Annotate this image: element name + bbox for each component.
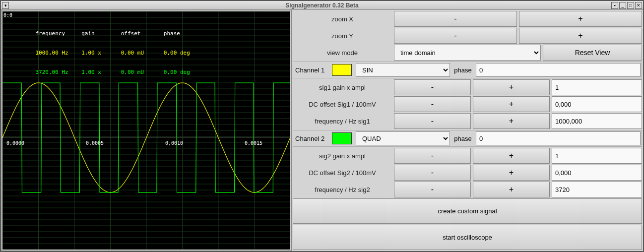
- view-mode-row: view mode time domain Reset View: [293, 45, 642, 61]
- sig2-gain-label: sig2 gain x ampl: [293, 148, 392, 164]
- sig2-frequency-minus-button[interactable]: -: [394, 182, 471, 197]
- channel2-phase-input[interactable]: [476, 131, 641, 145]
- sig1-frequency-row: frequency / Hz sig1 - +: [293, 113, 642, 129]
- sig2-gain-minus-button[interactable]: -: [394, 148, 471, 164]
- zoom-y-minus-button[interactable]: -: [394, 28, 517, 44]
- window-menu-icon[interactable]: ▾: [2, 2, 9, 9]
- zoom-x-label: zoom X: [293, 11, 392, 27]
- controls-panel: zoom X - + zoom Y - + view mode time dom…: [292, 10, 643, 251]
- channel1-label: Channel 1: [294, 66, 328, 74]
- sig1-frequency-plus-button[interactable]: +: [473, 113, 550, 129]
- xtick-1: 0,0005: [86, 140, 104, 146]
- sig1-offset-label: DC offset Sig1 / 100mV: [293, 96, 392, 112]
- sig2-gain-input[interactable]: [552, 148, 642, 164]
- minimize-icon[interactable]: _: [619, 2, 626, 9]
- window-roll-icon[interactable]: ▪: [611, 2, 618, 9]
- channel1-waveform-select[interactable]: SIN: [356, 63, 450, 77]
- xtick-2: 0,0010: [165, 140, 183, 146]
- channel2-waveform-select[interactable]: QUAD: [356, 131, 450, 145]
- zoom-y-label: zoom Y: [293, 28, 392, 44]
- maximize-icon[interactable]: □: [627, 2, 634, 9]
- oscilloscope-display[interactable]: 0:0 frequency gain offset phase 1000,00 …: [2, 11, 290, 250]
- channel2-phase-label: phase: [452, 135, 474, 142]
- sig1-frequency-input[interactable]: [552, 113, 642, 129]
- zoom-x-plus-button[interactable]: +: [519, 11, 642, 27]
- zoom-y-plus-button[interactable]: +: [519, 28, 642, 44]
- sig2-frequency-label: frequency / Hz sig2: [293, 182, 392, 197]
- sig2-frequency-row: frequency / Hz sig2 - +: [293, 182, 642, 197]
- sig2-offset-row: DC offset Sig2 / 100mV - +: [293, 165, 642, 181]
- zoom-x-row: zoom X - +: [293, 11, 642, 27]
- sig2-gain-plus-button[interactable]: +: [473, 148, 550, 164]
- sig1-frequency-label: frequency / Hz sig1: [293, 113, 392, 129]
- cursor-coordinates: 0:0: [3, 12, 12, 18]
- channel1-phase-label: phase: [452, 66, 474, 74]
- channel2-label: Channel 2: [294, 135, 328, 142]
- sig1-offset-row: DC offset Sig1 / 100mV - +: [293, 96, 642, 112]
- sig1-offset-input[interactable]: [552, 96, 642, 112]
- scope-readout: frequency gain offset phase 1000,00 Hz 1…: [22, 17, 190, 88]
- close-icon[interactable]: ✕: [635, 2, 642, 9]
- start-oscilloscope-button[interactable]: start oscilloscope: [293, 225, 642, 250]
- channel1-phase-input[interactable]: [476, 63, 641, 77]
- sig2-gain-row: sig2 gain x ampl - +: [293, 148, 642, 164]
- window-title: Signalgenerator 0.32 Beta: [1, 2, 643, 9]
- sig2-offset-plus-button[interactable]: +: [473, 165, 550, 181]
- channel2-header: Channel 2 QUAD phase: [293, 130, 642, 147]
- sig1-offset-plus-button[interactable]: +: [473, 96, 550, 112]
- create-custom-signal-button[interactable]: create custom signal: [293, 198, 642, 224]
- readout-channel1: 1000,00 Hz 1,00 x 0,00 mU 0,00 deg: [22, 50, 190, 56]
- reset-view-button[interactable]: Reset View: [543, 45, 642, 61]
- view-mode-select[interactable]: time domain: [394, 45, 541, 61]
- sig2-frequency-input[interactable]: [552, 182, 642, 197]
- channel1-color-swatch[interactable]: [332, 64, 352, 76]
- sig2-offset-input[interactable]: [552, 165, 642, 181]
- app-window: ▾ Signalgenerator 0.32 Beta ▪ _ □ ✕ 0:0 …: [0, 0, 644, 252]
- zoom-x-minus-button[interactable]: -: [394, 11, 517, 27]
- titlebar: ▾ Signalgenerator 0.32 Beta ▪ _ □ ✕: [1, 1, 643, 10]
- sig1-frequency-minus-button[interactable]: -: [394, 113, 471, 129]
- sig2-offset-minus-button[interactable]: -: [394, 165, 471, 181]
- oscilloscope-panel: 0:0 frequency gain offset phase 1000,00 …: [1, 10, 292, 251]
- readout-labels: frequency gain offset phase: [22, 30, 190, 37]
- zoom-y-row: zoom Y - +: [293, 28, 642, 44]
- xtick-3: 0,0015: [245, 140, 262, 146]
- sig1-offset-minus-button[interactable]: -: [394, 96, 471, 112]
- sig1-gain-input[interactable]: [552, 79, 642, 95]
- sig2-offset-label: DC offset Sig2 / 100mV: [293, 165, 392, 181]
- readout-channel2: 3720,00 Hz 1,00 x 0,00 mU 0,00 deg: [22, 69, 190, 75]
- sig1-gain-minus-button[interactable]: -: [394, 79, 471, 95]
- sig1-gain-plus-button[interactable]: +: [473, 79, 550, 95]
- channel2-color-swatch[interactable]: [332, 132, 352, 144]
- sig2-frequency-plus-button[interactable]: +: [473, 182, 550, 197]
- xtick-0: 0,0000: [6, 140, 24, 146]
- view-mode-label: view mode: [293, 45, 392, 61]
- channel1-header: Channel 1 SIN phase: [293, 62, 642, 78]
- sig1-gain-label: sig1 gain x ampl: [293, 79, 392, 95]
- sig1-gain-row: sig1 gain x ampl - +: [293, 79, 642, 95]
